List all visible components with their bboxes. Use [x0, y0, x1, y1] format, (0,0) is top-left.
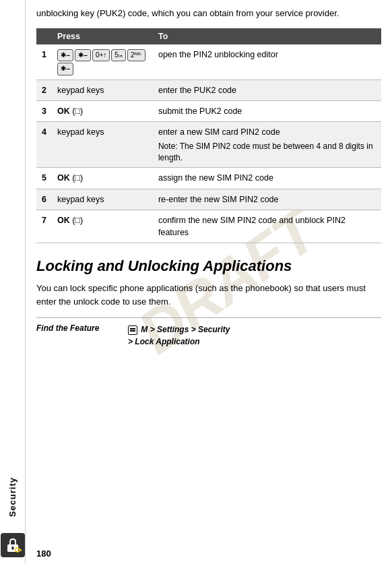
step-num-6: 6	[36, 189, 52, 210]
body-text: You can lock specific phone applications…	[36, 282, 381, 308]
intro-text: unblocking key (PUK2) code, which you ca…	[36, 7, 381, 20]
ok-key-7: OK	[57, 216, 70, 225]
step-press-5: OK (□)	[52, 168, 153, 189]
step-to-4: enter a new SIM card PIN2 code Note: The…	[153, 121, 381, 168]
key-5: 5ᵢₙ	[111, 49, 126, 62]
note-text-4: Note: The SIM PIN2 code must be between …	[158, 141, 376, 164]
step-press-7: OK (□)	[52, 210, 153, 243]
step-press-1: ✱‒ ✱‒ 0+↑ 5ᵢₙ 2ᴬᴮᶜ ✱‒	[52, 44, 153, 80]
key-sequence-1: ✱‒ ✱‒ 0+↑ 5ᵢₙ 2ᴬᴮᶜ ✱‒	[57, 49, 148, 75]
step-to-3: submit the PUK2 code	[153, 100, 381, 121]
step-to-4-text: enter a new SIM card PIN2 code	[158, 127, 280, 137]
table-row: 6 keypad keys re-enter the new SIM PIN2 …	[36, 189, 381, 210]
table-row: 7 OK (□) confirm the new SIM PIN2 code a…	[36, 210, 381, 243]
step-num-3: 3	[36, 100, 52, 121]
step-num-5: 5	[36, 168, 52, 189]
page-wrapper: Security DRAFT unblocki	[0, 0, 392, 564]
section-heading: Locking and Unlocking Applications	[36, 257, 381, 276]
page-number: 180	[36, 549, 51, 559]
table-row: 3 OK (□) submit the PUK2 code	[36, 100, 381, 121]
step-to-2: enter the PUK2 code	[153, 80, 381, 100]
content-inner: unblocking key (PUK2) code, which you ca…	[36, 7, 381, 348]
find-feature-label: Find the Feature	[36, 323, 117, 333]
table-row: 4 keypad keys enter a new SIM card PIN2 …	[36, 121, 381, 168]
step-press-2: keypad keys	[52, 80, 153, 100]
step-press-6: keypad keys	[52, 189, 153, 210]
col-press: Press	[52, 28, 153, 44]
find-feature-path-line2: > Lock Application	[128, 337, 200, 346]
key-0: 0+↑	[92, 49, 110, 62]
key-star3: ✱‒	[57, 63, 73, 75]
ok-paren-3: (□)	[72, 106, 83, 116]
table-row: 2 keypad keys enter the PUK2 code	[36, 80, 381, 100]
sidebar: Security	[0, 0, 26, 564]
svg-rect-2	[12, 548, 13, 550]
step-to-7: confirm the new SIM PIN2 code and unbloc…	[153, 210, 381, 243]
table-row: 1 ✱‒ ✱‒ 0+↑ 5ᵢₙ 2ᴬᴮᶜ ✱‒	[36, 44, 381, 80]
table-body: 1 ✱‒ ✱‒ 0+↑ 5ᵢₙ 2ᴬᴮᶜ ✱‒	[36, 44, 381, 243]
find-feature-row: Find the Feature M > Settings > Security…	[36, 317, 381, 348]
ok-key-3: OK	[57, 106, 70, 116]
find-feature-path-line1: M > Settings > Security	[141, 325, 230, 334]
lock-key-icon	[4, 536, 22, 554]
step-to-6: re-enter the new SIM PIN2 code	[153, 189, 381, 210]
step-num-1: 1	[36, 44, 52, 80]
find-feature-path: M > Settings > Security > Lock Applicati…	[128, 323, 230, 348]
ok-paren-7: (□)	[72, 216, 83, 225]
step-press-3: OK (□)	[52, 100, 153, 121]
col-num	[36, 28, 52, 44]
steps-table: Press To 1 ✱‒ ✱‒ 0+↑ 5ᵢₙ	[36, 28, 381, 243]
sidebar-icon	[1, 533, 25, 557]
table-header: Press To	[36, 28, 381, 44]
key-2: 2ᴬᴮᶜ	[127, 49, 146, 62]
step-num-7: 7	[36, 210, 52, 243]
col-to: To	[153, 28, 381, 44]
step-press-4: keypad keys	[52, 121, 153, 168]
ok-key-5: OK	[57, 173, 70, 183]
step-num-4: 4	[36, 121, 52, 168]
step-to-1: open the PIN2 unblocking editor	[153, 44, 381, 80]
main-content: DRAFT unblocking key (PUK2) code, which …	[26, 0, 392, 564]
sidebar-label: Security	[7, 477, 18, 517]
key-star: ✱‒	[57, 49, 73, 62]
menu-icon	[128, 325, 137, 335]
table-header-row: Press To	[36, 28, 381, 44]
table-row: 5 OK (□) assign the new SIM PIN2 code	[36, 168, 381, 189]
step-to-5: assign the new SIM PIN2 code	[153, 168, 381, 189]
step-num-2: 2	[36, 80, 52, 100]
ok-paren-5: (□)	[72, 173, 83, 183]
key-star2: ✱‒	[75, 49, 91, 62]
